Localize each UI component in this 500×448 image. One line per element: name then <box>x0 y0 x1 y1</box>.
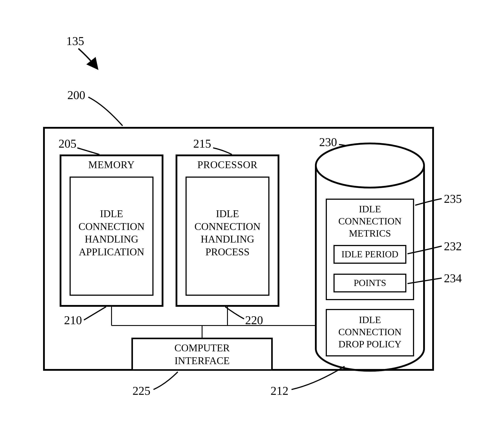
processor-process-label: IDLE CONNECTION HANDLING PROCESS <box>185 208 269 258</box>
processor-label: PROCESSOR <box>176 159 279 171</box>
metrics-label: IDLE CONNECTION METRICS <box>326 203 414 240</box>
interface-label: COMPUTER INTERFACE <box>132 342 273 367</box>
ref-200: 200 <box>67 88 85 102</box>
idle-period-label: IDLE PERIOD <box>333 249 406 259</box>
memory-label: MEMORY <box>60 159 164 171</box>
ref-220: 220 <box>245 313 263 327</box>
ref-212: 212 <box>270 384 288 398</box>
ref-230: 230 <box>319 135 337 149</box>
ref-225: 225 <box>133 384 150 398</box>
memory-app-label: IDLE CONNECTION HANDLING APPLICATION <box>69 208 153 258</box>
ref-235: 235 <box>444 192 462 206</box>
ref-135: 135 <box>66 34 84 48</box>
ref-205: 205 <box>59 137 76 150</box>
ref-210: 210 <box>64 313 82 327</box>
ref-234: 234 <box>444 272 462 285</box>
ref-232: 232 <box>444 240 462 253</box>
diagram-stage: 135 200 MEMORY IDLE CONNECTION HANDLING … <box>0 0 500 448</box>
ref-215: 215 <box>193 137 211 150</box>
drop-policy-label: IDLE CONNECTION DROP POLICY <box>326 314 414 350</box>
points-label: POINTS <box>333 278 406 288</box>
